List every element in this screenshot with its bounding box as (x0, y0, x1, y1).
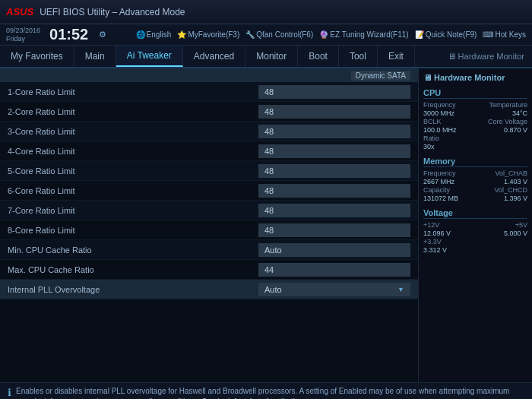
hw-memory-section: Memory Frequency Vol_CHAB 2667 MHz 1.403… (423, 157, 527, 202)
nav-bar: My Favorites Main Ai Tweaker Advanced Mo… (0, 46, 532, 68)
hw-row: +12V +5V (423, 221, 527, 229)
hw-row: 3000 MHz 34°C (423, 109, 527, 117)
hw-row: Frequency Temperature (423, 101, 527, 109)
hw-voltage-section: Voltage +12V +5V 12.096 V 5.000 V +3.3V … (423, 208, 527, 254)
nav-qfan[interactable]: 🔧 Qfan Control(F6) (245, 30, 313, 39)
hw-memory-title: Memory (423, 157, 527, 167)
table-row[interactable]: 4-Core Ratio Limit 48 (0, 141, 418, 161)
hw-row: Capacity Vol_CHCD (423, 186, 527, 194)
nav-exit[interactable]: Exit (378, 46, 415, 67)
nav-my-favorites[interactable]: My Favorites (0, 46, 74, 67)
main-area: Dynamic SATA 1-Core Ratio Limit 48 2-Cor… (0, 68, 532, 382)
table-row[interactable]: Min. CPU Cache Ratio Auto (0, 240, 418, 260)
table-row[interactable]: 1-Core Ratio Limit 48 (0, 82, 418, 102)
hw-cpu-section: CPU Frequency Temperature 3000 MHz 34°C … (423, 88, 527, 150)
setting-value-min-cache[interactable]: Auto (258, 243, 410, 257)
hw-row: 3.312 V (423, 246, 527, 254)
table-row-active[interactable]: Internal PLL Overvoltage Auto ▼ (0, 280, 418, 299)
hw-row: 2667 MHz 1.403 V (423, 178, 527, 185)
nav-hotkeys[interactable]: ⌨ Hot Keys (483, 30, 526, 39)
info-icon: ℹ (8, 387, 11, 398)
hw-row: 30x (423, 143, 527, 150)
asus-logo: ASUS (6, 6, 33, 17)
top-bar: ASUS UEFI BIOS Utility – Advanced Mode (0, 0, 532, 24)
nav-english[interactable]: 🌐 English (136, 30, 172, 39)
setting-value-4core[interactable]: 48 (258, 144, 410, 158)
hw-row: 131072 MB 1.396 V (423, 195, 527, 202)
hardware-monitor-panel: 🖥 Hardware Monitor CPU Frequency Tempera… (418, 68, 532, 382)
hw-row: 100.0 MHz 0.870 V (423, 126, 527, 134)
nav-right-label: 🖥 Hardware Monitor (440, 46, 532, 67)
sub-header-value: Dynamic SATA (351, 71, 410, 81)
nav-advanced[interactable]: Advanced (183, 46, 245, 67)
nav-myfavorite[interactable]: ⭐ MyFavorite(F3) (177, 30, 239, 39)
table-row[interactable]: 8-Core Ratio Limit 48 (0, 220, 418, 240)
gear-icon[interactable]: ⚙ (99, 30, 106, 40)
info-bar: ℹ Enables or disables internal PLL overv… (0, 382, 532, 399)
nav-monitor[interactable]: Monitor (245, 46, 298, 67)
nav-tool[interactable]: Tool (339, 46, 378, 67)
info-text: Enables or disables internal PLL overvol… (16, 386, 524, 399)
table-row[interactable]: Max. CPU Cache Ratio 44 (0, 260, 418, 280)
nav-quicknote[interactable]: 📝 Quick Note(F9) (415, 30, 477, 39)
window-title: UEFI BIOS Utility – Advanced Mode (40, 7, 185, 17)
setting-value-max-cache[interactable]: 44 (258, 263, 410, 277)
nav-main[interactable]: Main (74, 46, 116, 67)
hw-row: Ratio (423, 135, 527, 142)
table-row[interactable]: 3-Core Ratio Limit 48 (0, 122, 418, 141)
nav-boot[interactable]: Boot (298, 46, 339, 67)
setting-value-5core[interactable]: 48 (258, 164, 410, 178)
hw-cpu-title: CPU (423, 88, 527, 99)
setting-value-1core[interactable]: 48 (258, 85, 410, 99)
setting-value-pll[interactable]: Auto ▼ (258, 283, 410, 296)
hw-row: Frequency Vol_CHAB (423, 169, 527, 177)
setting-value-6core[interactable]: 48 (258, 184, 410, 198)
setting-value-8core[interactable]: 48 (258, 223, 410, 237)
hw-row: BCLK Core Voltage (423, 118, 527, 125)
settings-table: 1-Core Ratio Limit 48 2-Core Ratio Limit… (0, 82, 418, 299)
monitor-icon: 🖥 (423, 73, 432, 82)
table-row[interactable]: 6-Core Ratio Limit 48 (0, 181, 418, 201)
date-info: 09/23/2016 Friday (6, 27, 40, 43)
hw-row: 12.096 V 5.000 V (423, 230, 527, 237)
time-display: 01:52 (49, 26, 88, 43)
sub-header: Dynamic SATA (0, 68, 418, 82)
nav-ez-tuning[interactable]: 🔮 EZ Tuning Wizard(F11) (319, 30, 408, 39)
content-panel: Dynamic SATA 1-Core Ratio Limit 48 2-Cor… (0, 68, 418, 382)
setting-value-7core[interactable]: 48 (258, 204, 410, 217)
table-row[interactable]: 5-Core Ratio Limit 48 (0, 161, 418, 181)
hw-voltage-title: Voltage (423, 208, 527, 219)
time-bar: 09/23/2016 Friday 01:52 ⚙ 🌐 English ⭐ My… (0, 24, 532, 46)
hw-monitor-title: 🖥 Hardware Monitor (423, 73, 527, 82)
chevron-down-icon: ▼ (397, 286, 404, 293)
setting-value-3core[interactable]: 48 (258, 125, 410, 138)
table-row[interactable]: 2-Core Ratio Limit 48 (0, 102, 418, 122)
nav-ai-tweaker[interactable]: Ai Tweaker (116, 46, 183, 67)
top-icons: 🌐 English ⭐ MyFavorite(F3) 🔧 Qfan Contro… (136, 30, 526, 39)
table-row[interactable]: 7-Core Ratio Limit 48 (0, 201, 418, 220)
setting-value-2core[interactable]: 48 (258, 105, 410, 119)
hw-row: +3.3V (423, 238, 527, 245)
